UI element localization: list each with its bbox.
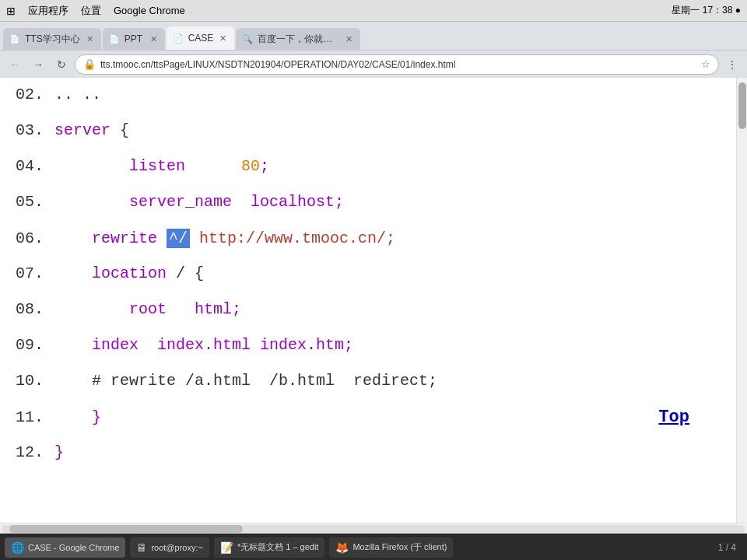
tab-baidu-close[interactable]: ✕ — [344, 33, 354, 46]
taskbar-terminal-label: root@proxy:~ — [151, 543, 203, 552]
line-num-09: 09. — [16, 336, 54, 354]
line-num-03: 03. — [16, 121, 54, 139]
code-root: root html; — [54, 300, 241, 318]
tab-case-close[interactable]: ✕ — [218, 32, 228, 45]
line-content-02: .. .. — [54, 86, 721, 103]
code-listen: listen — [54, 157, 241, 175]
tab-baidu-icon: 🔍 — [242, 34, 253, 44]
tab-ppt-icon: 📄 — [109, 34, 120, 44]
line-content-08: root html; — [54, 300, 721, 318]
os-location-menu[interactable]: 位置 — [81, 4, 101, 18]
reload-button[interactable]: ↻ — [51, 54, 72, 75]
hscrollbar-track — [2, 525, 745, 533]
scrollbar-thumb-v[interactable] — [738, 82, 746, 129]
content-area: 02. .. .. 03. server { 04. listen 80 ; — [0, 78, 747, 523]
tab-tts[interactable]: 📄 TTS学习中心 ✕ — [3, 28, 101, 50]
os-app-icon: ⊞ — [6, 5, 16, 17]
tab-case[interactable]: 📄 CASE ✕ — [167, 26, 235, 50]
code-semi-04: ; — [260, 157, 269, 175]
line-content-09: index index.html index.htm; — [54, 336, 721, 354]
code-line-11: 11. } Top — [0, 408, 736, 443]
line-content-10: # rewrite /a.html /b.html redirect; — [54, 372, 721, 390]
tab-tts-icon: 📄 — [9, 34, 20, 44]
taskbar-gedit-label: *无标题文档 1 – gedit — [237, 541, 319, 553]
code-server: server — [54, 121, 110, 139]
tab-ppt-close[interactable]: ✕ — [149, 33, 159, 46]
tab-bar: 📄 TTS学习中心 ✕ 📄 PPT ✕ 📄 CASE ✕ 🔍 百度一下，你就知.… — [0, 22, 747, 50]
tab-baidu-label: 百度一下，你就知... — [258, 33, 339, 46]
line-num-12: 12. — [16, 443, 54, 461]
code-brace-03: { — [110, 121, 129, 139]
code-line-04: 04. listen 80 ; — [0, 157, 736, 193]
taskbar-item-chrome[interactable]: 🌐 CASE - Google Chrome — [5, 537, 125, 558]
code-line-06: 06. rewrite ^/ http://www.tmooc.cn/; — [0, 229, 736, 264]
code-rewrite-url: http://www.tmooc.cn/; — [190, 229, 395, 247]
code-line-03: 03. server { — [0, 121, 736, 157]
os-topbar: ⊞ 应用程序 位置 Google Chrome 星期一 17：38 ● — [0, 0, 747, 22]
taskbar: 🌐 CASE - Google Chrome 🖥 root@proxy:~ 📝 … — [0, 534, 747, 560]
code-line-09: 09. index index.html index.htm; — [0, 336, 736, 372]
code-line-12: 12. } — [0, 443, 736, 479]
code-line-08: 08. root html; — [0, 300, 736, 336]
tab-case-icon: 📄 — [173, 33, 184, 44]
back-button[interactable]: ← — [5, 54, 25, 75]
line-num-04: 04. — [16, 157, 54, 175]
line-content-05: server_name localhost; — [54, 193, 721, 211]
line-num-08: 08. — [16, 300, 54, 318]
code-line-02: 02. .. .. — [0, 86, 736, 121]
browser-chrome: 📄 TTS学习中心 ✕ 📄 PPT ✕ 📄 CASE ✕ 🔍 百度一下，你就知.… — [0, 22, 747, 78]
code-close-brace-11: } — [54, 408, 101, 426]
hscrollbar-thumb[interactable] — [9, 525, 243, 533]
taskbar-firefox-label: Mozilla Firefox (于 client) — [352, 541, 447, 553]
line-num-07: 07. — [16, 264, 54, 282]
code-index: index index.html index.htm; — [54, 336, 353, 354]
taskbar-page-info: 1 / 4 — [712, 542, 742, 553]
os-time: 星期一 17：38 ● — [672, 4, 741, 17]
address-box[interactable]: 🔒 tts.tmooc.cn/ttsPage/LINUX/NSDTN201904… — [75, 54, 719, 75]
taskbar-chrome-icon: 🌐 — [11, 541, 24, 554]
line-num-06: 06. — [16, 229, 54, 247]
bookmark-icon[interactable]: ☆ — [701, 58, 710, 70]
line-content-03: server { — [54, 121, 721, 139]
address-text: tts.tmooc.cn/ttsPage/LINUX/NSDTN201904/O… — [100, 59, 696, 70]
tab-tts-label: TTS学习中心 — [25, 33, 80, 46]
code-line-10: 10. # rewrite /a.html /b.html redirect; — [0, 372, 736, 408]
taskbar-item-gedit[interactable]: 📝 *无标题文档 1 – gedit — [214, 537, 325, 558]
line-content-12: } — [54, 443, 721, 461]
line-num-05: 05. — [16, 193, 54, 211]
code-comment-rewrite: # rewrite /a.html /b.html redirect; — [54, 372, 437, 390]
menu-button[interactable]: ⋮ — [722, 54, 742, 75]
code-line-05: 05. server_name localhost; — [0, 193, 736, 229]
top-link[interactable]: Top — [658, 408, 689, 427]
taskbar-firefox-icon: 🦊 — [335, 541, 349, 554]
line-content-07: location / { — [54, 264, 721, 282]
tab-tts-close[interactable]: ✕ — [85, 33, 95, 46]
address-bar-row: ← → ↻ 🔒 tts.tmooc.cn/ttsPage/LINUX/NSDTN… — [0, 50, 747, 78]
tab-ppt-label: PPT — [124, 33, 144, 44]
taskbar-terminal-icon: 🖥 — [136, 541, 147, 554]
line-num-10: 10. — [16, 372, 54, 390]
taskbar-item-terminal[interactable]: 🖥 root@proxy:~ — [130, 537, 209, 558]
os-apps-menu[interactable]: 应用程序 — [28, 4, 68, 18]
forward-button[interactable]: → — [28, 54, 48, 75]
taskbar-chrome-label: CASE - Google Chrome — [28, 543, 119, 552]
line-content-06: rewrite ^/ http://www.tmooc.cn/; — [54, 229, 721, 248]
line-content-11: } Top — [54, 408, 721, 427]
taskbar-item-firefox[interactable]: 🦊 Mozilla Firefox (于 client) — [329, 537, 453, 558]
code-location: location — [54, 264, 167, 282]
scrollbar-horizontal[interactable] — [0, 523, 747, 534]
code-area: 02. .. .. 03. server { 04. listen 80 ; — [0, 78, 736, 523]
code-servername: server_name localhost; — [54, 193, 344, 211]
scrollbar-vertical[interactable] — [736, 78, 747, 523]
os-browser-label: Google Chrome — [114, 5, 185, 16]
tab-baidu[interactable]: 🔍 百度一下，你就知... ✕ — [236, 28, 360, 50]
address-secure-icon: 🔒 — [83, 58, 96, 70]
code-rewrite-pattern: ^/ — [167, 229, 190, 248]
taskbar-gedit-icon: 📝 — [220, 541, 233, 554]
line-num-11: 11. — [16, 408, 54, 426]
tab-ppt[interactable]: 📄 PPT ✕ — [103, 28, 165, 50]
code-80: 80 — [241, 157, 260, 175]
code-line-07: 07. location / { — [0, 264, 736, 300]
os-topbar-right: 星期一 17：38 ● — [672, 4, 741, 17]
line-content-04: listen 80 ; — [54, 157, 721, 175]
